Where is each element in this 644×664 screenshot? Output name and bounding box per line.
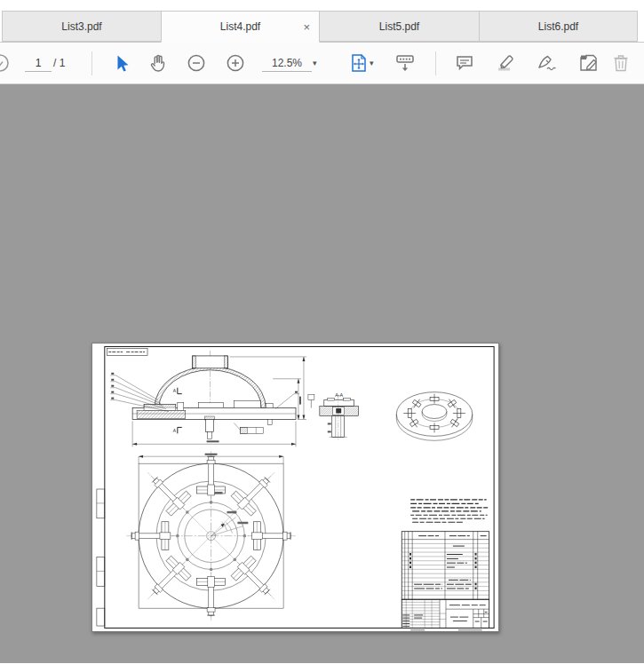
section-view: А А <box>110 351 314 447</box>
notes-block <box>410 500 489 522</box>
tab-list4-active[interactable]: List4.pdf × <box>161 11 320 43</box>
cropped-circular-tool-icon[interactable] <box>0 53 10 73</box>
zoom-out-icon[interactable] <box>187 53 206 73</box>
page-number-input[interactable] <box>25 54 52 72</box>
tab-label: List6.pdf <box>538 20 578 33</box>
toolbar-scroll-mode-icon[interactable] <box>394 52 416 74</box>
page-total-label: / 1 <box>53 57 65 69</box>
document-tab-bar: List3.pdf List4.pdf × List5.pdf List6.pd… <box>0 11 644 43</box>
toolbar-separator <box>91 51 92 75</box>
fit-page-dropdown-caret-icon[interactable]: ▾ <box>370 59 374 67</box>
section-a-a-view: А-А <box>320 392 359 441</box>
tab-list3[interactable]: List3.pdf <box>2 11 161 42</box>
edit-pdf-icon[interactable] <box>577 52 600 74</box>
highlighter-icon[interactable] <box>494 52 517 74</box>
trash-icon[interactable] <box>611 52 631 74</box>
main-toolbar: / 1 12.5% ▾ <box>0 43 644 84</box>
plan-view <box>126 451 296 621</box>
tab-list6[interactable]: List6.pdf <box>479 11 638 42</box>
svg-text:А: А <box>173 389 177 393</box>
parts-list-table <box>402 532 489 600</box>
tab-list5[interactable]: List5.pdf <box>320 11 479 42</box>
svg-text:А: А <box>173 429 177 433</box>
svg-text:А-А: А-А <box>335 392 343 398</box>
window-title-strip <box>0 0 644 11</box>
zoom-level-value: 12.5% <box>272 57 302 69</box>
fit-page-icon[interactable] <box>349 52 369 74</box>
technical-drawing: А А <box>92 344 498 631</box>
tab-label: List5.pdf <box>379 20 419 33</box>
pdf-page[interactable]: А А <box>91 343 499 632</box>
zoom-level-field[interactable]: 12.5% <box>262 54 312 72</box>
tab-label: List4.pdf <box>220 20 260 33</box>
select-tool-icon[interactable] <box>112 53 131 73</box>
zoom-in-icon[interactable] <box>226 53 245 73</box>
title-block <box>402 599 489 630</box>
comment-icon[interactable] <box>455 53 474 73</box>
hand-tool-icon[interactable] <box>147 52 169 74</box>
fill-sign-icon[interactable] <box>535 52 560 74</box>
isometric-view <box>396 392 472 441</box>
zoom-dropdown-caret-icon[interactable]: ▾ <box>313 59 317 67</box>
close-tab-icon[interactable]: × <box>303 21 310 33</box>
document-canvas[interactable]: А А <box>0 84 644 663</box>
tab-label: List3.pdf <box>61 20 101 33</box>
toolbar-separator <box>435 51 436 75</box>
